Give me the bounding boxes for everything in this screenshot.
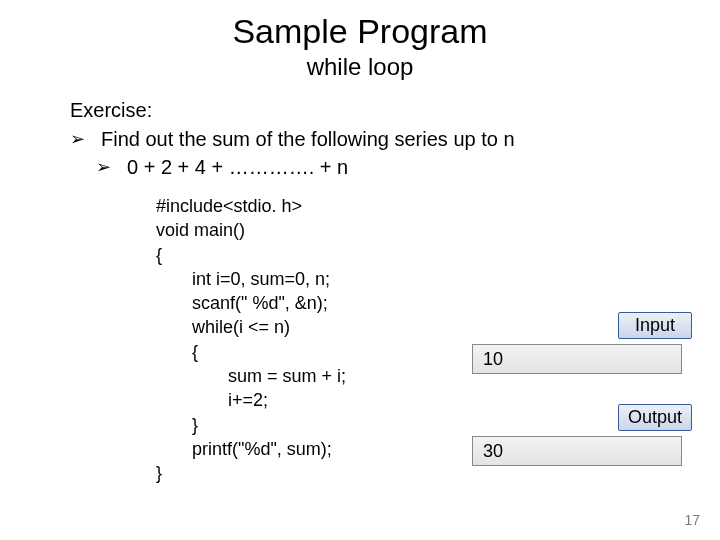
- bullet-2: ➢ 0 + 2 + 4 + …………. + n: [96, 154, 720, 180]
- code-line: #include<stdio. h>: [156, 194, 720, 218]
- bullet-1-text: Find out the sum of the following series…: [101, 126, 515, 152]
- input-value-box: 10: [472, 344, 682, 374]
- arrow-icon: ➢: [70, 126, 85, 152]
- output-value-box: 30: [472, 436, 682, 466]
- arrow-icon: ➢: [96, 154, 111, 180]
- input-label: Input: [618, 312, 692, 339]
- slide-subtitle: while loop: [0, 53, 720, 81]
- exercise-label: Exercise:: [70, 99, 720, 122]
- page-number: 17: [684, 512, 700, 528]
- content-area: Exercise: ➢ Find out the sum of the foll…: [70, 99, 720, 180]
- bullet-1: ➢ Find out the sum of the following seri…: [70, 126, 720, 152]
- output-label: Output: [618, 404, 692, 431]
- code-line: {: [156, 243, 720, 267]
- code-line: void main(): [156, 218, 720, 242]
- bullet-2-text: 0 + 2 + 4 + …………. + n: [127, 154, 348, 180]
- code-line: int i=0, sum=0, n;: [156, 267, 720, 291]
- slide-title: Sample Program: [0, 12, 720, 51]
